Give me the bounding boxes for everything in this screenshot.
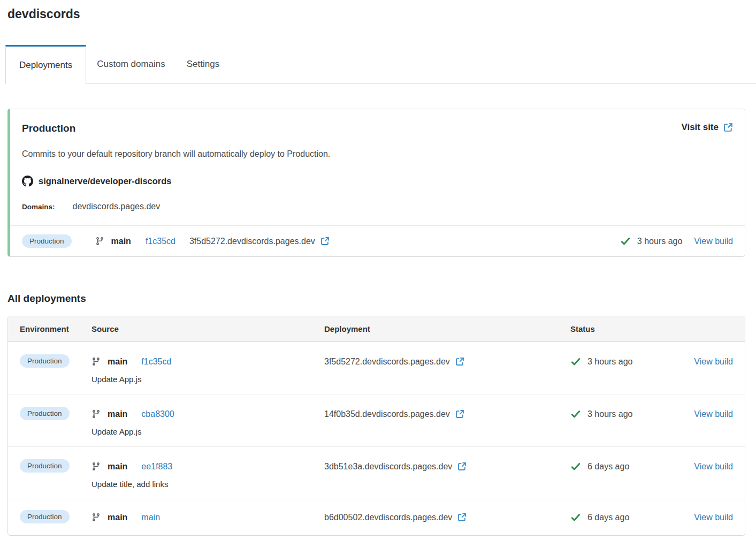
production-deployment-row: Production main f1c35cd 3f5d5272.devdisc…	[10, 225, 745, 256]
table-row: Production main main b6d00502.devdiscord…	[8, 499, 745, 535]
tab-bar: Deployments Custom domains Settings	[5, 45, 756, 84]
branch-name: main	[108, 409, 127, 419]
deployment-url: 14f0b35d.devdiscords.pages.dev	[324, 409, 450, 419]
all-deployments-title: All deployments	[7, 292, 756, 305]
table-row: Production main ee1f883 Update title, ad…	[8, 447, 745, 499]
git-branch-icon	[91, 513, 101, 522]
production-card-title: Production	[22, 122, 75, 135]
environment-badge: Production	[20, 354, 70, 368]
tab-settings[interactable]: Settings	[176, 45, 230, 83]
tab-label: Custom domains	[97, 59, 165, 70]
deploy-time: 3 hours ago	[587, 409, 633, 419]
branch-name: main	[108, 513, 127, 522]
deployment-url: 3f5d5272.devdiscords.pages.dev	[189, 237, 315, 246]
view-build-link[interactable]: View build	[694, 237, 733, 246]
branch-name: main	[111, 237, 131, 246]
deployment-url: 3db51e3a.devdiscords.pages.dev	[324, 462, 452, 472]
visit-site-link[interactable]: Visit site	[681, 122, 733, 133]
deployment-url: b6d00502.devdiscords.pages.dev	[324, 513, 452, 522]
external-link-icon[interactable]	[320, 237, 330, 246]
table-row: Production main cba8300 Update App.js 14…	[8, 394, 745, 447]
repo-link[interactable]: signalnerve/developer-discords	[10, 176, 745, 187]
column-header-deployment: Deployment	[324, 324, 570, 333]
check-icon	[620, 236, 631, 247]
commit-message: Update App.js	[91, 375, 324, 384]
external-link-icon[interactable]	[455, 409, 464, 419]
github-icon	[22, 176, 33, 187]
view-build-link[interactable]: View build	[694, 462, 733, 472]
column-header-source: Source	[91, 324, 324, 333]
table-row: Production main f1c35cd Update App.js 3f…	[8, 342, 745, 394]
commit-message: Update App.js	[91, 427, 324, 437]
visit-site-label: Visit site	[681, 122, 719, 133]
deploy-time: 6 days ago	[587, 513, 629, 522]
tab-deployments[interactable]: Deployments	[5, 45, 86, 84]
view-build-link[interactable]: View build	[694, 409, 733, 419]
branch-name: main	[108, 357, 127, 367]
production-description: Commits to your default repository branc…	[10, 149, 745, 159]
git-branch-icon	[91, 357, 101, 366]
deploy-time: 3 hours ago	[637, 237, 683, 246]
external-link-icon[interactable]	[457, 462, 467, 471]
deployments-table: Environment Source Deployment Status Pro…	[7, 316, 745, 536]
external-link-icon[interactable]	[455, 357, 464, 366]
commit-message: Update title, add links	[91, 480, 324, 489]
deploy-time: 3 hours ago	[587, 357, 633, 367]
branch-name: main	[108, 462, 127, 472]
commit-link[interactable]: cba8300	[141, 409, 174, 419]
check-icon	[570, 409, 581, 420]
check-icon	[570, 356, 581, 367]
commit-link[interactable]: ee1f883	[141, 462, 172, 472]
commit-link[interactable]: main	[141, 513, 160, 522]
tab-custom-domains[interactable]: Custom domains	[86, 45, 176, 83]
git-branch-icon	[91, 409, 101, 419]
environment-badge: Production	[22, 234, 72, 248]
column-header-environment: Environment	[20, 324, 91, 333]
view-build-link[interactable]: View build	[694, 357, 733, 367]
production-card: Production Visit site Commits to your de…	[7, 109, 745, 257]
check-icon	[570, 461, 581, 472]
environment-badge: Production	[20, 459, 70, 473]
table-header-row: Environment Source Deployment Status	[8, 316, 745, 342]
page-title: devdiscords	[7, 6, 756, 21]
deploy-time: 6 days ago	[587, 462, 629, 472]
deployment-url: 3f5d5272.devdiscords.pages.dev	[324, 357, 450, 367]
domains-label: Domains:	[22, 203, 55, 211]
environment-badge: Production	[20, 510, 70, 523]
external-link-icon[interactable]	[457, 513, 467, 522]
tab-label: Settings	[187, 59, 219, 70]
commit-link[interactable]: f1c35cd	[146, 237, 175, 246]
check-icon	[570, 512, 581, 523]
environment-badge: Production	[20, 407, 70, 420]
git-branch-icon	[95, 237, 104, 246]
view-build-link[interactable]: View build	[694, 513, 733, 522]
tab-label: Deployments	[19, 60, 72, 71]
git-branch-icon	[91, 462, 101, 471]
column-header-status: Status	[570, 324, 680, 333]
external-link-icon	[723, 123, 733, 132]
domains-value: devdiscords.pages.dev	[73, 202, 161, 211]
commit-link[interactable]: f1c35cd	[141, 357, 171, 367]
repo-name: signalnerve/developer-discords	[39, 176, 172, 186]
